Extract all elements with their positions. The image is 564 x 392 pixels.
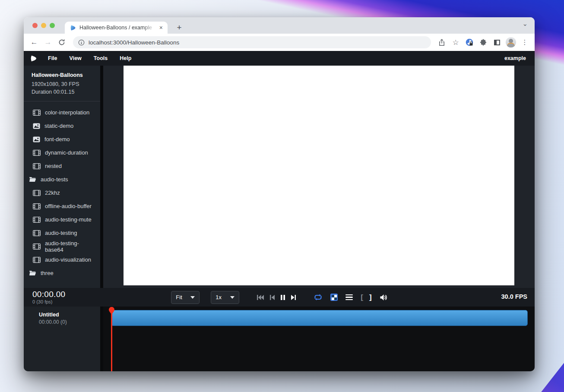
workspace: Halloween-Balloons 1920x1080, 30 FPS Dur… [24,66,535,288]
timeline-track-names: Untitled 00:00.00 (0) [24,307,100,371]
browser-menu-icon[interactable]: ⋮ [519,37,530,48]
composition-label: audio-testing-base64 [45,240,97,253]
back-icon[interactable]: ← [28,36,40,48]
folder-icon [29,270,36,276]
film-icon [33,190,41,196]
speed-select-value: 1x [215,294,222,300]
toolbar-actions: ☆ ⋮ [436,37,530,48]
film-icon [33,217,41,223]
composition-list: color-interpolation [24,101,100,280]
composition-item[interactable]: audio-testing-base64 [24,240,100,253]
composition-item[interactable]: three [24,266,100,280]
side-panel-icon[interactable] [491,37,503,48]
film-icon [33,257,41,263]
remotion-logo-icon[interactable] [30,55,37,62]
forward-icon[interactable]: → [42,36,54,48]
film-icon [33,163,41,169]
playhead-line[interactable] [111,309,112,371]
pause-icon[interactable] [280,294,285,300]
transport-controls: Fit 1x [171,291,387,304]
film-icon [33,203,41,209]
menu-tools[interactable]: Tools [89,55,112,61]
url-text[interactable]: localhost:3000/Halloween-Balloons [89,39,179,46]
project-name: Halloween-Balloons [32,72,92,78]
film-icon [33,150,41,156]
menu-view[interactable]: View [65,55,86,61]
composition-label: audio-tests [41,176,68,183]
tab-search-chevron-icon[interactable]: ⌄ [522,20,528,28]
sidebar-resize-handle[interactable] [100,66,103,288]
zoom-window-button[interactable] [50,23,55,28]
volume-icon[interactable] [380,294,387,301]
project-duration: Duration 00:01.15 [32,89,92,95]
browser-window: Halloween-Balloons / example × + ⌄ ← → l… [24,17,535,371]
privacy-extension-icon[interactable] [464,37,475,48]
next-frame-icon[interactable] [291,294,296,300]
composition-label: static-demo [44,123,73,129]
composition-canvas[interactable] [124,66,514,285]
still-image-icon [33,123,40,129]
transparency-checkerboard-icon[interactable] [330,294,338,301]
in-point-icon[interactable]: [ [361,294,363,301]
composition-item[interactable]: dynamic-duration [24,146,100,159]
out-point-icon[interactable]: ] [369,294,372,301]
composition-item[interactable]: audio-tests [24,173,100,186]
bookmark-star-icon[interactable]: ☆ [450,37,461,48]
composition-item[interactable]: nested [24,159,100,173]
traffic-lights [32,23,55,28]
tab-close-icon[interactable]: × [158,24,164,31]
share-icon[interactable] [436,37,447,48]
composition-item[interactable]: offline-audio-buffer [24,199,100,213]
composition-label: color-interpolation [45,109,89,116]
profile-avatar[interactable] [505,37,516,48]
composition-label: 22khz [45,190,60,196]
current-time: 00:00.00 [32,290,65,299]
composition-item[interactable]: 22khz [24,186,100,199]
composition-label: dynamic-duration [45,149,88,156]
speed-select[interactable]: 1x [211,291,239,304]
close-window-button[interactable] [32,23,38,28]
minimize-window-button[interactable] [41,23,46,28]
timeline-clip-bar[interactable] [111,310,528,326]
composition-item[interactable]: audio-visualization [24,253,100,266]
compositions-sidebar: Halloween-Balloons 1920x1080, 30 FPS Dur… [24,66,100,288]
site-info-icon[interactable] [78,39,85,46]
size-select-value: Fit [176,294,182,300]
skip-to-start-icon[interactable] [257,294,264,300]
project-specs: 1920x1080, 30 FPS [32,81,92,87]
browser-toolbar: ← → localhost:3000/Halloween-Balloons [24,34,535,51]
remotion-studio: File View Tools Help example Halloween-B… [24,51,535,371]
tab-title: Halloween-Balloons / example [79,25,155,31]
menu-file[interactable]: File [43,55,62,61]
timeline: Untitled 00:00.00 (0) [24,307,535,371]
previous-frame-icon[interactable] [269,294,275,300]
loop-icon[interactable] [314,294,323,301]
composition-item[interactable]: font-demo [24,133,100,146]
chevron-down-icon [230,296,234,299]
extensions-puzzle-icon[interactable] [478,37,489,48]
playhead-pin-icon[interactable] [108,307,115,315]
composition-label: audio-testing-mute [45,216,92,223]
project-info: Halloween-Balloons 1920x1080, 30 FPS Dur… [24,66,100,101]
film-icon [33,110,41,116]
menubar-example-label[interactable]: example [504,55,529,61]
preview-area [103,66,535,288]
browser-tab[interactable]: Halloween-Balloons / example × [65,22,168,34]
composition-label: three [41,270,54,276]
size-select[interactable]: Fit [171,291,200,304]
timeline-track-area[interactable] [103,307,535,371]
composition-item[interactable]: audio-testing [24,226,100,240]
composition-label: audio-testing [45,230,77,236]
composition-item[interactable]: color-interpolation [24,106,100,119]
composition-label: nested [45,163,62,169]
timeline-rows-icon[interactable] [345,294,353,300]
menu-help[interactable]: Help [115,55,136,61]
composition-item[interactable]: static-demo [24,119,100,133]
current-frame: 0 (30 fps) [32,299,65,304]
address-bar[interactable]: localhost:3000/Halloween-Balloons [73,36,431,48]
composition-item[interactable]: audio-testing-mute [24,213,100,226]
timeline-resize-handle[interactable] [100,307,103,371]
composition-label: audio-visualization [45,256,91,263]
reload-icon[interactable] [56,36,68,48]
new-tab-button[interactable]: + [173,22,185,34]
